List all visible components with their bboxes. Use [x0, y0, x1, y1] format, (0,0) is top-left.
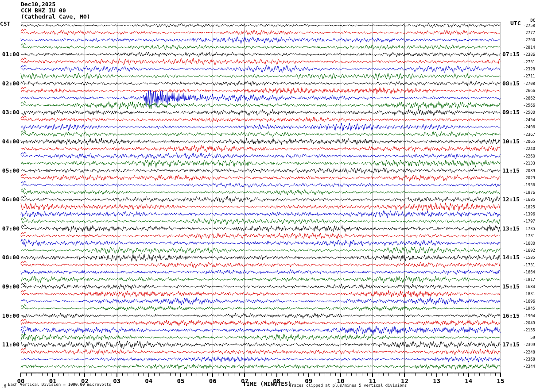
dc-offset-value: -1396: [508, 212, 535, 216]
dc-offset-value: -1825: [508, 205, 535, 209]
dc-offset-value: -2049: [508, 321, 535, 325]
dc-column-header: DC: [508, 18, 535, 23]
title-site: (Cathedral Cave, MO): [21, 14, 90, 20]
dc-offset-value: -1731: [508, 234, 535, 238]
title-station: CCM BHZ IU 00: [21, 8, 66, 14]
vertical-division-note: Each Vertical Division = 1000.00 microvo…: [8, 382, 111, 387]
dc-offset-value: -2758: [508, 24, 535, 28]
dc-offset-value: -2454: [508, 118, 535, 122]
x-axis-tick-label: 13: [428, 377, 446, 384]
dc-offset-value: -1731: [508, 263, 535, 267]
dc-offset-value: -2751: [508, 60, 535, 64]
dc-offset-value: -1831: [508, 292, 535, 296]
cst-hour-label: 06:00: [0, 196, 19, 202]
dc-offset-value: -1692: [508, 249, 535, 253]
cst-hour-label: 02:00: [0, 81, 19, 86]
dc-offset-value: -2344: [508, 365, 535, 369]
dc-offset-value: -2065: [508, 140, 535, 144]
dc-offset-value: -2386: [508, 53, 535, 57]
dc-offset-value: -2029: [508, 176, 535, 180]
dc-offset-value: -2133: [508, 161, 535, 165]
dc-offset-value: -2240: [508, 147, 535, 151]
dc-offset-value: -2814: [508, 46, 535, 50]
dc-offset-value: -2399: [508, 343, 535, 347]
clipping-note: Traces clipped at plus/minus 5 vertical …: [289, 383, 407, 388]
cst-hour-label: 03:00: [0, 109, 19, 115]
dc-offset-value: -2760: [508, 38, 535, 42]
dc-offset-value: -1685: [508, 198, 535, 202]
dc-offset-value: -2406: [508, 125, 535, 129]
dc-offset-value: -2500: [508, 111, 535, 115]
dc-offset-value: -2248: [508, 350, 535, 354]
x-axis-tick-label: 05: [172, 377, 190, 384]
dc-offset-value: -2328: [508, 67, 535, 71]
dc-offset-value: -2708: [508, 82, 535, 86]
dc-offset-value: -2711: [508, 74, 535, 78]
dc-offset-value: -1585: [508, 256, 535, 260]
dc-offset-value: -2777: [508, 31, 535, 35]
dc-offset-value: -2666: [508, 89, 535, 93]
dc-offset-value: -2368: [508, 357, 535, 361]
left-timezone-header: CST: [0, 20, 10, 27]
dc-offset-value: -2155: [508, 328, 535, 332]
dc-offset-value: -1797: [508, 219, 535, 223]
dc-offset-value: -1904: [508, 314, 535, 318]
corner-mark: .M: [2, 384, 6, 388]
cst-hour-label: 09:00: [0, 284, 19, 289]
dc-offset-value: -1956: [508, 183, 535, 187]
cst-hour-label: 08:00: [0, 254, 19, 260]
dc-offset-value: -2367: [508, 133, 535, 137]
cst-hour-label: 11:00: [0, 342, 19, 347]
cst-hour-label: 01:00: [0, 51, 19, 57]
helicorder-page: { "chart_data": { "type": "line", "subty…: [0, 0, 536, 392]
dc-offset-value: -1680: [508, 242, 535, 246]
seismogram-canvas: [0, 0, 536, 392]
dc-offset-value: -1684: [508, 285, 535, 289]
cst-hour-label: 10:00: [0, 313, 19, 319]
x-axis-tick-label: 04: [140, 377, 158, 384]
x-axis-tick-label: 06: [204, 377, 221, 384]
x-axis-tick-label: 14: [460, 377, 478, 384]
cst-hour-label: 04:00: [0, 138, 19, 144]
dc-offset-value: -1735: [508, 227, 535, 231]
title-date: Dec10,2025: [21, 1, 55, 8]
dc-offset-value: -1945: [508, 307, 535, 311]
dc-offset-value: -1817: [508, 278, 535, 282]
dc-offset-value: 59: [508, 336, 535, 340]
dc-offset-value: -2566: [508, 104, 535, 108]
cst-hour-label: 05:00: [0, 168, 19, 173]
x-axis-tick-label: 15: [492, 377, 509, 384]
dc-offset-value: -1696: [508, 300, 535, 304]
dc-offset-value: -2662: [508, 96, 535, 100]
dc-offset-value: -1876: [508, 191, 535, 195]
dc-offset-value: -1664: [508, 270, 535, 274]
dc-offset-value: -2089: [508, 169, 535, 173]
dc-offset-value: -2260: [508, 154, 535, 158]
cst-hour-label: 07:00: [0, 226, 19, 231]
